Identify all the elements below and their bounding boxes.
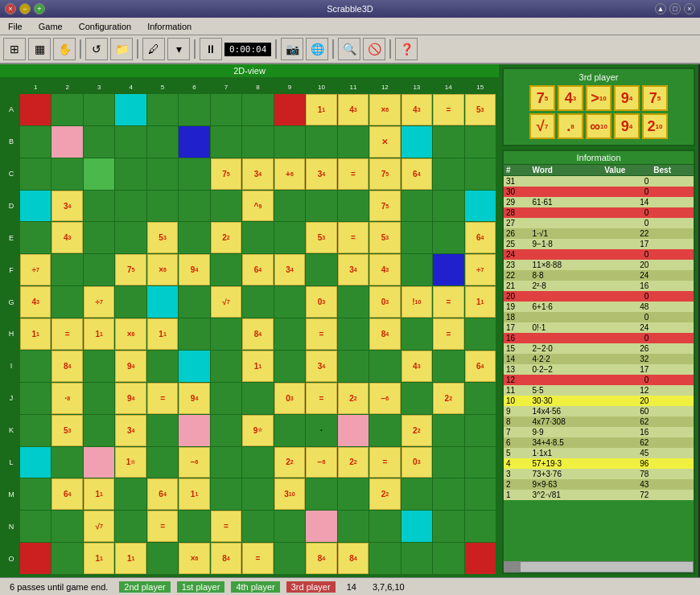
cell-j10[interactable]: = xyxy=(306,383,336,414)
cell-l10[interactable]: −6 xyxy=(306,447,336,478)
cell-o8[interactable]: = xyxy=(242,543,273,574)
cell-o4[interactable]: 11 xyxy=(115,543,146,574)
cell-c7[interactable]: 75 xyxy=(211,158,241,190)
cell-d1[interactable] xyxy=(20,191,51,222)
cell-o14[interactable] xyxy=(433,543,463,574)
cell-i10[interactable]: 34 xyxy=(306,351,336,382)
cell-e8[interactable] xyxy=(242,222,273,253)
cell-a15-1[interactable]: 53 xyxy=(465,94,496,125)
cell-n8[interactable] xyxy=(242,511,273,542)
cell-h2[interactable]: = xyxy=(51,318,82,350)
cell-o1[interactable] xyxy=(20,543,51,574)
cell-k4[interactable]: 34 xyxy=(115,415,146,446)
cell-n10[interactable] xyxy=(306,511,336,542)
cell-a1[interactable] xyxy=(20,94,51,125)
cell-o10[interactable]: 84 xyxy=(306,543,336,574)
cell-c3[interactable] xyxy=(84,158,114,190)
cell-i13[interactable]: 43 xyxy=(401,351,432,382)
cell-n13[interactable] xyxy=(401,511,432,542)
menu-information[interactable]: Information xyxy=(142,20,196,33)
cell-n15[interactable] xyxy=(465,511,496,542)
cell-c4[interactable] xyxy=(115,158,146,190)
cell-b15[interactable] xyxy=(465,126,496,158)
cell-e7[interactable]: 22 xyxy=(211,222,241,253)
cell-b6[interactable] xyxy=(179,126,209,158)
cell-b2[interactable] xyxy=(51,126,82,158)
cell-n7[interactable]: = xyxy=(211,511,241,542)
cell-l9[interactable]: 22 xyxy=(274,447,305,478)
cell-f3[interactable] xyxy=(84,254,114,285)
cell-h15[interactable] xyxy=(465,318,496,350)
cell-f13[interactable] xyxy=(401,254,432,285)
cell-a9[interactable] xyxy=(274,94,305,125)
cell-j2[interactable]: ·8 xyxy=(51,383,82,414)
cell-n5[interactable]: = xyxy=(147,511,178,542)
cell-b14[interactable] xyxy=(433,126,463,158)
cell-i8[interactable]: 11 xyxy=(242,351,273,382)
cell-n11[interactable] xyxy=(338,511,369,542)
cell-k2[interactable]: 53 xyxy=(51,415,82,446)
cell-i7[interactable] xyxy=(211,351,241,382)
cell-i9[interactable] xyxy=(274,351,305,382)
player-tile-inf[interactable]: ∞10 xyxy=(586,113,611,139)
cell-j14[interactable]: 22 xyxy=(433,383,463,414)
cell-k13[interactable]: 22 xyxy=(401,415,432,446)
cell-b4[interactable] xyxy=(115,126,146,158)
cell-l4[interactable]: 1☆ xyxy=(115,447,146,478)
cell-d9[interactable] xyxy=(274,191,305,222)
cell-c14[interactable] xyxy=(433,158,463,190)
cell-a7[interactable] xyxy=(211,94,241,125)
cell-m12[interactable]: 22 xyxy=(369,478,400,510)
cell-c11[interactable]: = xyxy=(338,158,369,190)
scroll-bar[interactable] xyxy=(504,561,694,572)
cell-n12[interactable] xyxy=(369,511,400,542)
cell-g4[interactable] xyxy=(115,286,146,318)
cell-b9[interactable] xyxy=(274,126,305,158)
cell-c5[interactable] xyxy=(147,158,178,190)
player-tile-gt[interactable]: >10 xyxy=(586,85,611,111)
cell-i15[interactable]: 64 xyxy=(465,351,496,382)
cell-h10[interactable]: = xyxy=(306,318,336,350)
cell-k3[interactable] xyxy=(84,415,114,446)
cell-c8[interactable]: 34 xyxy=(242,158,273,190)
cell-h3[interactable]: 11 xyxy=(84,318,114,350)
cell-o3[interactable]: 11 xyxy=(84,543,114,574)
cell-j3[interactable] xyxy=(84,383,114,414)
cell-f14[interactable] xyxy=(433,254,463,285)
cell-m4[interactable] xyxy=(115,478,146,510)
cell-e2[interactable]: 43 xyxy=(51,222,82,253)
cell-b3[interactable] xyxy=(84,126,114,158)
close-button[interactable]: × xyxy=(5,3,16,14)
player-tile-2[interactable]: 210 xyxy=(642,113,668,139)
cell-n4[interactable] xyxy=(115,511,146,542)
cell-o11[interactable]: 84 xyxy=(338,543,369,574)
cell-d8[interactable]: ^9 xyxy=(242,191,273,222)
cell-j1[interactable] xyxy=(20,383,51,414)
hand-button[interactable]: ✋ xyxy=(53,38,76,60)
cell-m8[interactable] xyxy=(242,478,273,510)
edit-button[interactable]: 🖊 xyxy=(142,38,165,60)
player-tile-sqrt[interactable]: √7 xyxy=(529,113,555,139)
cell-j11[interactable]: 22 xyxy=(338,383,369,414)
player-tile-4[interactable]: 43 xyxy=(558,85,583,111)
cell-d15[interactable] xyxy=(465,191,496,222)
cell-h6[interactable] xyxy=(179,318,209,350)
cell-h11[interactable] xyxy=(338,318,369,350)
open-button[interactable]: 📁 xyxy=(110,38,133,60)
player-tile-9a[interactable]: 94 xyxy=(614,85,640,111)
player-tile-7[interactable]: 75 xyxy=(529,85,555,111)
cell-h13[interactable] xyxy=(401,318,432,350)
cell-b5[interactable] xyxy=(147,126,178,158)
cell-c1[interactable] xyxy=(20,158,51,190)
cell-a8[interactable] xyxy=(242,94,273,125)
cell-o15[interactable] xyxy=(465,543,496,574)
cell-g14[interactable]: = xyxy=(433,286,463,318)
cell-c6[interactable] xyxy=(179,158,209,190)
cell-j12[interactable]: −6 xyxy=(369,383,400,414)
cell-g3[interactable]: ÷7 xyxy=(84,286,114,318)
cell-a13[interactable]: 43 xyxy=(401,94,432,125)
cell-c10[interactable]: 34 xyxy=(306,158,336,190)
cell-g11[interactable] xyxy=(338,286,369,318)
cell-j7[interactable] xyxy=(211,383,241,414)
cell-m6[interactable]: 11 xyxy=(179,478,209,510)
